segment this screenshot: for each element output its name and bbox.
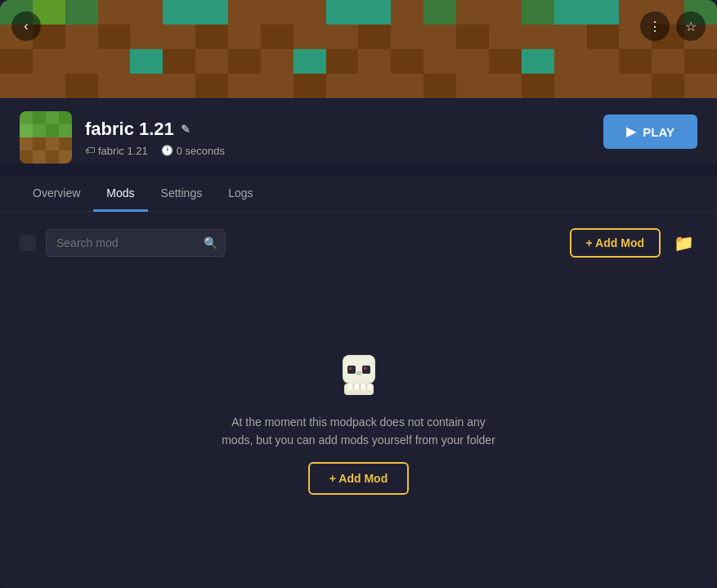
- svg-rect-11: [360, 384, 361, 390]
- search-input[interactable]: [46, 229, 226, 257]
- play-icon: ▶: [626, 124, 636, 139]
- time-meta: 🕐 0 seconds: [161, 145, 225, 157]
- version-meta: 🏷 fabric 1.21: [85, 145, 148, 157]
- svg-rect-2: [347, 366, 356, 374]
- tab-overview[interactable]: Overview: [20, 177, 93, 212]
- profile-left: fabric 1.21 ✎ 🏷 fabric 1.21 🕐 0 seconds: [20, 111, 225, 164]
- play-label: PLAY: [643, 125, 674, 139]
- version-label: fabric 1.21: [98, 145, 148, 157]
- profile-meta: 🏷 fabric 1.21 🕐 0 seconds: [85, 145, 225, 157]
- tabs-container: Overview Mods Settings Logs: [0, 177, 717, 212]
- profile-title: fabric 1.21 ✎: [85, 119, 225, 140]
- banner-grid: [0, 0, 717, 98]
- svg-rect-10: [354, 384, 359, 390]
- play-button[interactable]: ▶ PLAY: [603, 114, 697, 149]
- svg-rect-6: [356, 371, 361, 375]
- svg-rect-14: [367, 384, 372, 390]
- tab-mods[interactable]: Mods: [93, 177, 147, 212]
- search-icon-button[interactable]: 🔍: [204, 236, 217, 249]
- search-input-wrap: 🔍: [46, 229, 226, 257]
- tab-logs[interactable]: Logs: [215, 177, 266, 212]
- empty-state: At the moment this modpack does not cont…: [20, 274, 697, 572]
- app-container: ‹ ⋮ ☆ fabric 1.21 ✎: [0, 0, 717, 588]
- profile-icon: [20, 111, 72, 164]
- tab-settings[interactable]: Settings: [148, 177, 216, 212]
- version-icon: 🏷: [85, 145, 95, 156]
- profile-section: fabric 1.21 ✎ 🏷 fabric 1.21 🕐 0 seconds …: [0, 98, 717, 164]
- time-label: 0 seconds: [177, 145, 225, 157]
- add-mod-button-toolbar[interactable]: + Add Mod: [570, 228, 661, 258]
- time-icon: 🕐: [161, 145, 173, 156]
- banner-actions: ⋮ ☆: [640, 11, 706, 41]
- edit-icon[interactable]: ✎: [181, 123, 190, 136]
- svg-rect-3: [362, 366, 370, 374]
- more-options-button[interactable]: ⋮: [640, 11, 670, 41]
- empty-state-text: At the moment this modpack does not cont…: [222, 413, 495, 450]
- empty-state-icon: [334, 351, 383, 400]
- favorite-button[interactable]: ☆: [676, 11, 706, 41]
- svg-rect-13: [366, 384, 367, 390]
- open-folder-button[interactable]: 📁: [670, 230, 697, 256]
- svg-rect-8: [347, 384, 352, 390]
- svg-rect-4: [349, 367, 352, 370]
- mods-toolbar: 🔍 + Add Mod 📁: [20, 228, 697, 258]
- skull-icon: [334, 351, 383, 400]
- back-button[interactable]: ‹: [11, 11, 41, 41]
- mods-content: 🔍 + Add Mod 📁: [0, 212, 717, 588]
- svg-rect-9: [353, 384, 354, 390]
- profile-info: fabric 1.21 ✎ 🏷 fabric 1.21 🕐 0 seconds: [85, 119, 225, 157]
- banner-bg: [0, 0, 717, 98]
- add-mod-button-center[interactable]: + Add Mod: [308, 462, 409, 495]
- svg-rect-12: [361, 384, 365, 390]
- profile-title-text: fabric 1.21: [85, 119, 174, 140]
- svg-rect-5: [364, 367, 366, 370]
- select-all-checkbox[interactable]: [20, 235, 36, 251]
- banner: ‹ ⋮ ☆: [0, 0, 717, 98]
